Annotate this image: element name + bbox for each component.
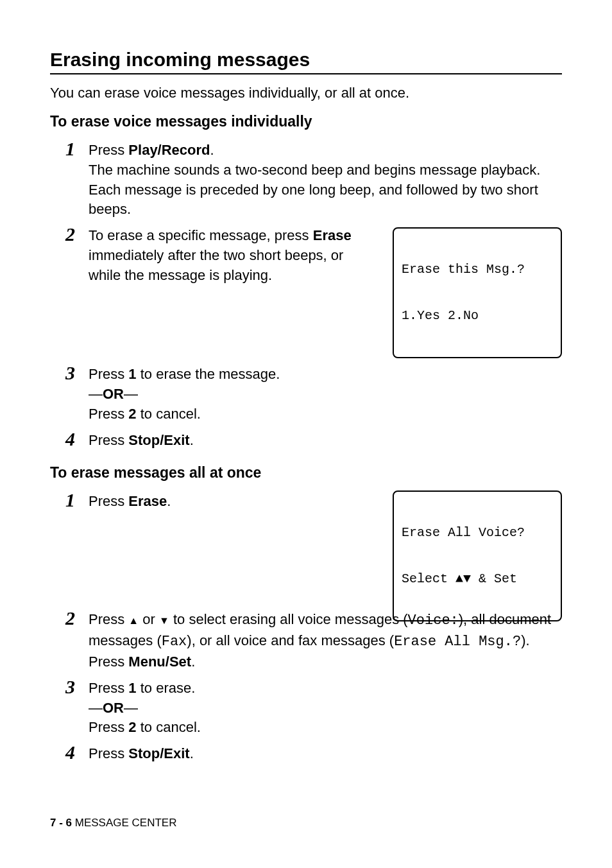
all-or-label: OR [103, 700, 124, 716]
lcd-all-line2: Select ▲▼ & Set [402, 571, 553, 587]
page-footer: 7 - 6 MESSAGE CENTER [50, 817, 176, 829]
step-1: 1 Press Play/Record. The machine sounds … [65, 139, 562, 220]
page-number: 7 - 6 [50, 817, 72, 829]
steps-all: 1 Press Erase. Erase All Voice? Select ▲… [65, 490, 562, 764]
all-erase-label: Erase [128, 493, 167, 509]
step4-press: Press [89, 432, 128, 448]
all-step-num-2: 2 [65, 609, 89, 628]
all-step-1: 1 Press Erase. Erase All Voice? Select ▲… [65, 490, 562, 621]
fax-mono: Fax [162, 634, 187, 650]
all-step2-texte: ), or all voice and fax messages ( [187, 632, 394, 648]
all-step1-press: Press [89, 493, 128, 509]
section-title: Erasing incoming messages [50, 49, 562, 71]
lcd-erase-all: Erase All Voice? Select ▲▼ & Set [393, 490, 562, 621]
all-step3-press2: Press [89, 719, 128, 735]
triangle-up-icon [128, 611, 139, 627]
step1-press: Press [89, 142, 128, 158]
two-label: 2 [128, 406, 136, 422]
all-step3-rest: to erase. [137, 680, 196, 696]
intro-text: You can erase voice messages individuall… [50, 85, 562, 101]
all-step-num-4: 4 [65, 743, 89, 762]
one-label: 1 [128, 366, 136, 382]
step-4: 4 Press Stop/Exit. [65, 430, 562, 451]
step3-rest: to erase the message. [137, 366, 280, 382]
menuset-period: . [191, 654, 195, 670]
step-num-3: 3 [65, 363, 89, 383]
all-one-label: 1 [128, 680, 136, 696]
step3-cancel: to cancel. [137, 406, 201, 422]
all-step1-period: . [167, 493, 171, 509]
sub-heading-all: To erase messages all at once [50, 464, 562, 482]
step2-texta: To erase a specific message, press [89, 227, 313, 243]
all-stop-exit-label: Stop/Exit [128, 745, 189, 761]
lcd-line2: 1.Yes 2.No [402, 308, 553, 324]
step-num-2: 2 [65, 225, 89, 244]
all-step4-press: Press [89, 745, 128, 761]
all-step-3: 3 Press 1 to erase. —OR— Press 2 to canc… [65, 677, 562, 738]
all-step2-texta: Press [89, 611, 128, 627]
triangle-down-icon [159, 611, 169, 627]
step3-press2: Press [89, 406, 128, 422]
lcd-line1: Erase this Msg.? [402, 262, 553, 277]
all-step-4: 4 Press Stop/Exit. [65, 743, 562, 764]
or-label: OR [103, 386, 124, 402]
all-two-label: 2 [128, 719, 136, 735]
lcd-erase-msg: Erase this Msg.? 1.Yes 2.No [393, 227, 562, 358]
voice-mono: Voice: [408, 612, 459, 629]
step2-textb: immediately after the two short beeps, o… [89, 247, 343, 283]
all-step2-textb: or [139, 611, 159, 627]
sub-heading-individual: To erase voice messages individually [50, 113, 562, 130]
eraseall-mono: Erase All Msg.? [394, 634, 521, 650]
erase-label: Erase [313, 227, 352, 243]
section-rule [50, 73, 562, 74]
step-2: 2 To erase a specific message, press Era… [65, 225, 562, 358]
play-record-label: Play/Record [128, 142, 210, 158]
lcd-all-line1: Erase All Voice? [402, 525, 553, 541]
menuset-press: Press [89, 654, 128, 670]
all-step4-period: . [190, 745, 194, 761]
step-3: 3 Press 1 to erase the message. —OR— Pre… [65, 363, 562, 424]
menuset-label: Menu/Set [128, 654, 191, 670]
all-step3-cancel: to cancel. [137, 719, 201, 735]
all-step-2: 2 Press or to select erasing all voice m… [65, 609, 562, 672]
stop-exit-label: Stop/Exit [128, 432, 189, 448]
step4-period: . [190, 432, 194, 448]
step1-body: The machine sounds a two-second beep and… [89, 161, 562, 220]
steps-individual: 1 Press Play/Record. The machine sounds … [65, 139, 562, 450]
all-step2-textf: ). [521, 632, 529, 648]
step-num-1: 1 [65, 139, 89, 159]
step-num-4: 4 [65, 430, 89, 449]
all-step-num-3: 3 [65, 677, 89, 697]
step3-press: Press [89, 366, 128, 382]
step1-period: . [210, 142, 214, 158]
all-step2-textc: to select erasing all voice messages ( [169, 611, 408, 627]
all-step3-press: Press [89, 680, 128, 696]
footer-section: MESSAGE CENTER [72, 817, 176, 829]
all-step-num-1: 1 [65, 490, 89, 510]
